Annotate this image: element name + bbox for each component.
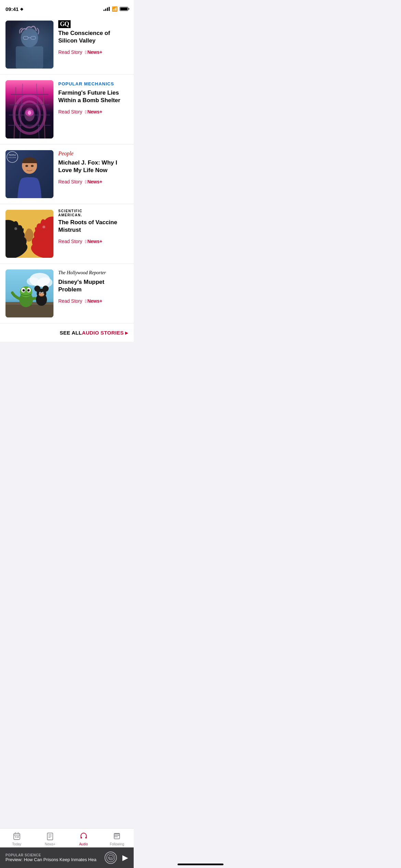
article-thumbnail-hr: [5, 269, 53, 317]
svg-rect-0: [5, 21, 53, 69]
svg-point-45: [42, 286, 49, 292]
publication-logo-people: People: [58, 150, 128, 157]
read-story-row-hr[interactable]: Read Story  News+: [58, 298, 128, 304]
article-info-people: People Michael J. Fox: Why I Love My Lif…: [58, 150, 128, 184]
article-title-hr: Disney's Muppet Problem: [58, 278, 128, 293]
article-thumbnail-pm: [5, 80, 53, 138]
svg-point-44: [34, 286, 40, 292]
article-info-gq: GQ The Conscience of Silicon Valley Read…: [58, 21, 128, 55]
see-all-prefix: SEE ALL: [60, 330, 82, 336]
publication-logo-pm: POPULAR MECHANICS: [58, 80, 128, 87]
read-story-link-pm[interactable]: Read Story: [58, 109, 82, 114]
apple-logo-hr: : [85, 299, 87, 304]
svg-text:EXCLUSIVE: EXCLUSIVE: [9, 157, 16, 158]
svg-point-23: [31, 165, 34, 167]
read-story-row-sa[interactable]: Read Story  News+: [58, 239, 128, 244]
publication-logo-sa: SCIENTIFICAMERICAN.: [58, 210, 128, 217]
article-thumbnail-sa: [5, 210, 53, 258]
status-icons: 📶: [104, 6, 128, 12]
read-story-row-people[interactable]: Read Story  News+: [58, 179, 128, 184]
svg-rect-14: [11, 94, 48, 95]
article-info-sa: SCIENTIFICAMERICAN. The Roots of Vaccine…: [58, 210, 128, 244]
article-title-people: Michael J. Fox: Why I Love My Life Now: [58, 159, 128, 174]
apple-news-badge-pm:  News+: [85, 109, 102, 114]
svg-rect-2: [16, 46, 43, 69]
pub-name-hr: The Hollywood Reporter: [58, 270, 106, 276]
svg-point-19: [28, 111, 31, 115]
article-info-hr: The Hollywood Reporter Disney's Muppet P…: [58, 269, 128, 304]
svg-point-40: [23, 289, 25, 292]
apple-logo-people: : [85, 179, 87, 184]
article-thumbnail-people: PEOPLE EXCLUSIVE: [5, 150, 53, 198]
read-story-link-sa[interactable]: Read Story: [58, 239, 82, 244]
pub-name-people: People: [58, 150, 73, 157]
article-card-sa[interactable]: SCIENTIFICAMERICAN. The Roots of Vaccine…: [0, 204, 134, 263]
time-display: 09:41: [5, 6, 19, 12]
pub-name-sa: SCIENTIFICAMERICAN.: [58, 209, 83, 217]
read-story-row-pm[interactable]: Read Story  News+: [58, 109, 128, 114]
main-content: GQ The Conscience of Silicon Valley Read…: [0, 15, 134, 386]
status-time: 09:41 ◆: [5, 6, 23, 12]
read-story-link-gq[interactable]: Read Story: [58, 49, 82, 55]
apple-news-badge-people:  News+: [85, 179, 102, 184]
svg-text:PEOPLE: PEOPLE: [9, 154, 16, 156]
article-title-pm: Farming's Future Lies Within a Bomb Shel…: [58, 89, 128, 104]
location-arrow-icon: ◆: [20, 7, 23, 11]
svg-rect-15: [10, 104, 49, 105]
svg-rect-3: [23, 36, 28, 39]
status-bar: 09:41 ◆ 📶: [0, 0, 134, 15]
svg-point-49: [40, 292, 41, 293]
article-info-pm: POPULAR MECHANICS Farming's Future Lies …: [58, 80, 128, 114]
article-card-people[interactable]: PEOPLE EXCLUSIVE People Michael J. Fox: …: [0, 145, 134, 204]
news-plus-pm: News+: [87, 109, 102, 114]
see-all-link[interactable]: AUDIO STORIES: [82, 330, 124, 336]
wifi-icon: 📶: [112, 6, 118, 12]
apple-logo-gq: : [85, 50, 87, 55]
see-all-audio-row[interactable]: SEE ALL AUDIO STORIES ▶: [0, 324, 134, 342]
news-plus-gq: News+: [87, 49, 102, 55]
pub-name-gq: GQ: [58, 20, 71, 28]
publication-logo-gq: GQ: [58, 21, 128, 27]
apple-news-badge-sa:  News+: [85, 239, 102, 244]
svg-point-33: [27, 277, 39, 286]
svg-point-22: [25, 165, 28, 167]
read-story-link-hr[interactable]: Read Story: [58, 298, 82, 304]
apple-logo-pm: : [85, 109, 87, 114]
read-story-link-people[interactable]: Read Story: [58, 179, 82, 184]
svg-rect-17: [8, 125, 51, 126]
article-card-pm[interactable]: POPULAR MECHANICS Farming's Future Lies …: [0, 75, 134, 144]
svg-point-29: [42, 226, 45, 228]
svg-point-50: [42, 292, 44, 293]
news-plus-hr: News+: [87, 298, 102, 304]
apple-news-badge-gq:  News+: [85, 49, 102, 55]
article-card-hr[interactable]: The Hollywood Reporter Disney's Muppet P…: [0, 264, 134, 323]
article-thumbnail-gq: [5, 21, 53, 69]
article-title-sa: The Roots of Vaccine Mistrust: [58, 219, 128, 234]
apple-news-badge-hr:  News+: [85, 298, 102, 304]
svg-point-1: [21, 28, 38, 47]
publication-logo-hr: The Hollywood Reporter: [58, 269, 128, 276]
news-plus-sa: News+: [87, 239, 102, 244]
see-all-arrow-icon: ▶: [125, 330, 128, 335]
article-title-gq: The Conscience of Silicon Valley: [58, 29, 128, 45]
apple-logo-sa: : [85, 239, 87, 244]
read-story-row-gq[interactable]: Read Story  News+: [58, 49, 128, 55]
news-plus-people: News+: [87, 179, 102, 184]
svg-point-41: [27, 289, 30, 292]
bottom-spacer: [0, 342, 134, 386]
svg-rect-4: [31, 36, 36, 39]
signal-icon: [104, 7, 110, 11]
article-card-gq[interactable]: GQ The Conscience of Silicon Valley Read…: [0, 15, 134, 74]
svg-point-28: [14, 227, 17, 230]
battery-icon: [120, 7, 128, 11]
pub-name-pm: POPULAR MECHANICS: [58, 81, 114, 86]
